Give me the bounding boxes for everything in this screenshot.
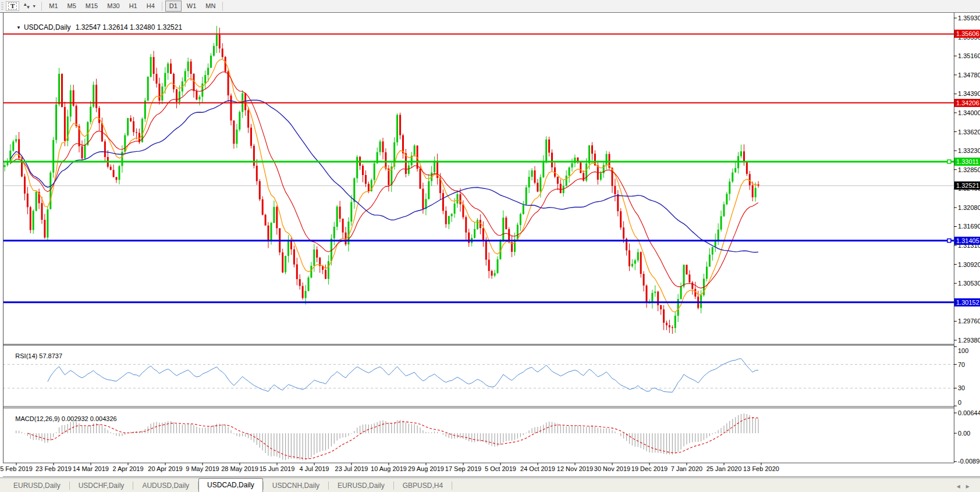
date-label: 14 Mar 2019 [73,465,109,472]
date-label: 23 Feb 2019 [35,465,72,472]
price-tick-label: 1.34780 [958,72,980,79]
macd-indicator-label: MACD(12,26,9) 0.002932 0.004326 [5,408,117,429]
level-price-badge: 1.31405 [954,237,980,245]
price-tick-label: 1.29380 [958,337,980,344]
date-label: 23 Jul 2019 [335,465,368,472]
rsi-value: 57.8737 [39,352,62,359]
date-label: 5 Feb 2019 [0,465,33,472]
text-tool-button[interactable]: T [6,1,19,11]
date-label: 5 Oct 2019 [485,465,516,472]
price-tick-label: 1.31690 [958,223,980,230]
tab-scroll-right-icon[interactable]: ▶ [966,484,975,489]
timeframe-button-w1[interactable]: W1 [183,1,201,12]
tab-scroll-left-icon[interactable]: ◀ [957,484,966,489]
dropdown-caret-icon: ▼ [32,4,36,8]
price-tick-label: 1.32850 [958,166,980,173]
chart-ohlc-values: 1.32547 1.32614 1.32480 1.32521 [76,23,183,31]
chart-tab-eurusd-daily[interactable]: EURUSD,Daily [5,479,69,492]
chart-tab-usdchf-daily[interactable]: USDCHF,Daily [70,479,133,492]
date-label: 4 Jul 2019 [300,465,329,472]
ma-mid-line [10,72,758,288]
timeframe-button-h4[interactable]: H4 [143,1,159,12]
price-tick-label: 1.30920 [958,261,980,268]
macd-signal-line [27,418,758,459]
chart-tab-usdcad-daily[interactable]: USDCAD,Daily [198,478,263,492]
chart-tab-eurusd-daily[interactable]: EURUSD,Daily [329,479,393,492]
rsi-line [48,359,758,393]
timeframe-button-d1[interactable]: D1 [165,1,182,12]
timeframe-button-m30[interactable]: M30 [103,1,123,12]
ma-slow-line [10,100,758,252]
date-label: 20 Apr 2019 [148,465,182,472]
price-tick-label: 1.33620 [958,129,980,136]
macd-tick-label: 0.006448 [958,409,980,416]
rsi-tick-label: 30 [958,384,965,391]
date-label: 19 Dec 2019 [631,465,667,472]
macd-values: 0.002932 0.004326 [62,415,117,422]
tab-scroll-arrows: ◀▶ [957,484,975,489]
current-price-badge: 1.32521 [954,181,980,190]
candles-bear [18,28,759,334]
chart-tab-usdcnh-daily[interactable]: USDCNH,Daily [264,479,328,492]
date-label: 15 Jun 2019 [260,465,295,472]
price-tick-label: 1.29760 [958,318,980,325]
rsi-tick-label: 70 [958,361,965,368]
date-label: 7 Jan 2020 [671,465,702,472]
date-label: 17 Sep 2019 [445,465,481,472]
level-price-badge: 1.35606 [954,30,980,38]
cycle-arrows-icon: ▲ ▼ [23,2,30,10]
level-price-badge: 1.33011 [954,158,980,166]
price-tick-label: 1.32080 [958,204,980,211]
toolbar-separator [41,2,42,11]
top-toolbar: T ▲ ▼ ▼ M1M5M15M30H1H4D1W1MN [0,0,980,13]
chart-window[interactable]: ▼USDCAD,Daily1.32547 1.32614 1.32480 1.3… [0,13,980,477]
text-tool-icon: T [8,2,17,10]
chart-symbol-period: USDCAD,Daily [24,23,71,31]
level-handle [947,239,951,243]
chart-canvas[interactable] [0,13,980,477]
chart-tab-gbpusd-h4[interactable]: GBPUSD,H4 [394,479,452,492]
date-label: 12 Nov 2019 [557,465,593,472]
date-label: 10 Aug 2019 [371,465,407,472]
chart-tab-bar: EURUSD,DailyUSDCHF,DailyAUDUSD,DailyUSDC… [0,477,980,492]
date-label: 24 Oct 2019 [520,465,555,472]
price-tick-label: 1.35160 [958,52,980,59]
ohlc-collapse-icon[interactable]: ▼ [16,25,21,30]
price-tick-label: 1.35930 [958,15,980,22]
toolbar-separator [222,2,223,11]
symbol-cycle-button[interactable]: ▲ ▼ ▼ [20,1,38,11]
trading-terminal-window: T ▲ ▼ ▼ M1M5M15M30H1H4D1W1MN ▼USDCAD,Dai… [0,0,980,492]
macd-histogram [16,413,758,461]
rsi-tick-label: 100 [958,347,968,354]
timeframe-button-m15[interactable]: M15 [81,1,102,12]
price-tick-label: 1.34390 [958,90,980,97]
toolbar-separator [162,2,162,11]
date-label: 29 Aug 2019 [408,465,444,472]
level-price-badge: 1.34206 [954,99,980,107]
date-label: 13 Feb 2020 [743,465,779,472]
macd-tick-label: 0.00 [958,430,970,437]
price-tick-label: 1.30530 [958,280,980,287]
date-label: 30 Nov 2019 [594,465,630,472]
date-label: 25 Jan 2020 [706,465,742,472]
timeframe-button-m1[interactable]: M1 [45,1,62,12]
chart-title: ▼USDCAD,Daily1.32547 1.32614 1.32480 1.3… [5,15,182,40]
rsi-indicator-label: RSI(14) 57.8737 [5,345,62,366]
date-label: 2 Apr 2019 [112,465,143,472]
tab-separator [452,482,452,490]
date-label: 9 May 2019 [186,465,219,472]
chart-tab-audusd-daily[interactable]: AUDUSD,Daily [133,479,198,492]
rsi-tick-label: 0 [958,399,961,406]
level-handle [947,160,951,163]
price-tick-label: 1.33230 [958,147,980,154]
timeframe-button-mn[interactable]: MN [201,1,219,12]
timeframe-button-group: M1M5M15M30H1H4D1W1MN [44,1,225,12]
date-label: 28 May 2019 [221,465,258,472]
timeframe-button-h1[interactable]: H1 [125,1,141,12]
timeframe-button-m5[interactable]: M5 [63,1,80,12]
macd-tick-label: -0.008982 [958,458,980,465]
level-price-badge: 1.30152 [954,298,980,306]
toolbar-gripper[interactable] [1,2,3,10]
price-tick-label: 1.34000 [958,109,980,116]
